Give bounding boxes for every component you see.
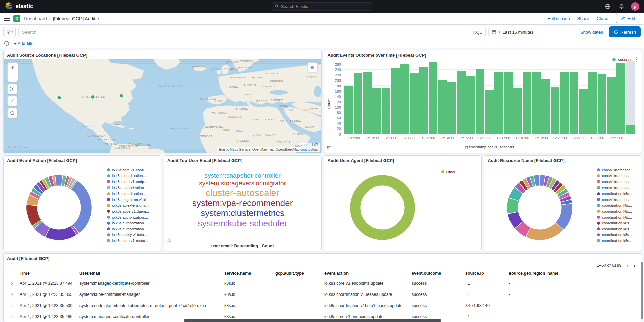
bar-success[interactable] xyxy=(598,74,606,134)
legend-item[interactable]: io.k8s.authorization.... xyxy=(107,214,159,220)
bar-success[interactable] xyxy=(410,73,419,134)
deployment-globe-icon[interactable] xyxy=(604,3,611,10)
legend-item[interactable]: coordination.k8s... xyxy=(597,208,639,214)
legend-item[interactable]: core/v1/namespa... xyxy=(597,179,639,185)
expand-row-button[interactable]: › xyxy=(6,280,18,286)
tag-cloud-term[interactable]: system:clustermetrics xyxy=(201,209,284,218)
legend-item[interactable]: io.k8s.core.v1.endp... xyxy=(107,179,159,185)
space-badge[interactable]: D xyxy=(13,15,20,22)
tag-cloud-term[interactable]: system:storageversionmigrator xyxy=(199,180,286,187)
legend-item[interactable]: coordination.k8s... xyxy=(597,226,639,232)
legend-item[interactable]: core/v1/namespa... xyxy=(597,185,639,191)
map-fit-bounds-button[interactable] xyxy=(7,84,17,94)
legend-item[interactable]: io.k8s.policy.v1beta... xyxy=(107,232,159,238)
warning-icon[interactable]: ⚠ xyxy=(167,237,172,243)
bar-success[interactable] xyxy=(391,68,400,134)
legend-item[interactable]: io.k8s.migration.v1al... xyxy=(107,197,159,203)
time-range-value[interactable]: Last 15 minutes xyxy=(502,30,533,35)
bar-success[interactable] xyxy=(485,90,494,134)
map-layers-button[interactable] xyxy=(308,62,318,72)
legend-item[interactable]: io.k8s.apps.v1.daem... xyxy=(107,208,159,214)
bar-success[interactable] xyxy=(466,76,475,134)
search-query-input[interactable] xyxy=(22,30,471,35)
map-zoom-out-button[interactable]: − xyxy=(8,72,18,82)
column-header-service-name[interactable]: service.name xyxy=(222,271,273,276)
column-header-gcp-audit-type[interactable]: gcp.audit.type xyxy=(273,271,322,276)
column-header-event-action[interactable]: event.action xyxy=(322,271,410,276)
legend-item[interactable]: coordination.k8s... xyxy=(597,232,639,238)
bar-success[interactable] xyxy=(354,73,362,134)
map-zoom-in-button[interactable]: + xyxy=(8,63,18,72)
map-draw-tool-button[interactable] xyxy=(7,108,17,118)
bar-success[interactable] xyxy=(616,63,625,134)
user-avatar[interactable]: p xyxy=(631,2,639,11)
kql-label[interactable]: KQL xyxy=(471,30,482,35)
bar-success[interactable] xyxy=(382,88,390,134)
map-measure-tool-button[interactable] xyxy=(7,96,17,106)
pie-slice[interactable] xyxy=(355,180,409,234)
horizontal-scrollbar[interactable] xyxy=(184,319,441,322)
saved-query-menu-button[interactable]: ▾ xyxy=(3,27,16,37)
tag-cloud-term[interactable]: system:snapshot-controller xyxy=(205,172,281,179)
map-data-point[interactable] xyxy=(57,96,61,100)
table-row[interactable]: ›Apr 1, 2021 @ 12:23:37.494system:manage… xyxy=(6,278,639,289)
map-data-point[interactable] xyxy=(91,95,95,99)
bar-success[interactable] xyxy=(551,87,559,134)
table-row[interactable]: ›Apr 1, 2021 @ 12:23:35.500system:node:g… xyxy=(6,300,639,311)
legend-item[interactable]: io.k8s.authorization.... xyxy=(107,220,159,226)
map-attribution[interactable]: Elastic Maps Service, OpenMapTiles, Open… xyxy=(217,147,319,152)
bar-success[interactable] xyxy=(344,86,353,134)
map-data-point[interactable] xyxy=(119,94,123,98)
expand-row-button[interactable]: › xyxy=(6,303,18,309)
bar-success[interactable] xyxy=(570,72,578,134)
kql-query-input[interactable]: KQL xyxy=(18,27,486,37)
bar-success[interactable] xyxy=(523,72,531,134)
column-header-Time[interactable]: Time↓ xyxy=(18,271,77,276)
bar-success[interactable] xyxy=(363,72,372,134)
tag-cloud-term[interactable]: system:vpa-recommender xyxy=(192,199,293,208)
bar-success[interactable] xyxy=(541,79,550,134)
bar-success-partial[interactable] xyxy=(626,125,635,134)
legend-item[interactable]: coordination.k8s... xyxy=(597,214,639,220)
elastic-logo[interactable] xyxy=(5,2,13,11)
global-search-input[interactable] xyxy=(281,4,369,9)
menu-hamburger-icon[interactable] xyxy=(4,17,10,21)
calendar-icon[interactable] xyxy=(492,30,496,34)
bar-success[interactable] xyxy=(438,80,447,134)
legend-item[interactable]: coordination.k8s... xyxy=(597,238,639,244)
show-dates-button[interactable]: Show dates xyxy=(580,30,603,35)
legend-item[interactable]: core/v1/namespa... xyxy=(597,173,639,179)
bar-success[interactable] xyxy=(457,71,466,134)
full-screen-button[interactable]: Full screen xyxy=(547,16,570,21)
legend-toggle-icon[interactable] xyxy=(327,145,331,151)
legend-item[interactable]: io.k8s.core.v1.resou... xyxy=(107,238,159,244)
bar-success[interactable] xyxy=(579,89,588,134)
bar-success[interactable] xyxy=(504,72,513,134)
add-filter-button[interactable]: + Add filter xyxy=(14,41,35,46)
bar-success[interactable] xyxy=(560,72,569,134)
saved-filters-icon[interactable] xyxy=(4,41,9,46)
alerts-bell-icon[interactable] xyxy=(618,3,625,10)
tag-cloud-term[interactable]: system:kube-scheduler xyxy=(198,219,287,228)
legend-item[interactable]: io.k8s.authorization.... xyxy=(107,226,159,232)
edit-button[interactable]: Edit xyxy=(616,14,640,23)
column-header-source-geo-region_name[interactable]: source.geo.region_name xyxy=(507,271,639,276)
share-button[interactable]: Share xyxy=(577,16,589,21)
pagination-next-button[interactable]: › xyxy=(632,262,637,269)
bar-success[interactable] xyxy=(588,72,597,134)
column-header-source-ip[interactable]: source.ip xyxy=(463,271,507,276)
legend-item[interactable]: core/v1/namespa... xyxy=(597,197,639,203)
legend-item[interactable]: Other xyxy=(441,169,456,175)
table-row[interactable]: ›Apr 1, 2021 @ 12:23:35.855system:kube-c… xyxy=(6,289,639,300)
bar-success[interactable] xyxy=(372,88,381,134)
legend-item[interactable]: coordination.k8s... xyxy=(597,203,639,209)
bar-success[interactable] xyxy=(494,72,503,134)
clone-button[interactable]: Clone xyxy=(596,16,608,21)
bar-success[interactable] xyxy=(400,64,409,134)
legend-item[interactable]: io.k8s.core.v1.confi... xyxy=(107,167,159,173)
bar-success[interactable] xyxy=(607,77,616,134)
expand-row-button[interactable]: › xyxy=(6,291,18,298)
legend-item[interactable]: io.k8s.authorization.... xyxy=(107,185,159,191)
world-map[interactable]: NORWAYSWEDENICELANDUNITED KINGDOMDENMARK… xyxy=(4,59,321,153)
title-menu-chevron-icon[interactable]: ▾ xyxy=(98,17,99,20)
